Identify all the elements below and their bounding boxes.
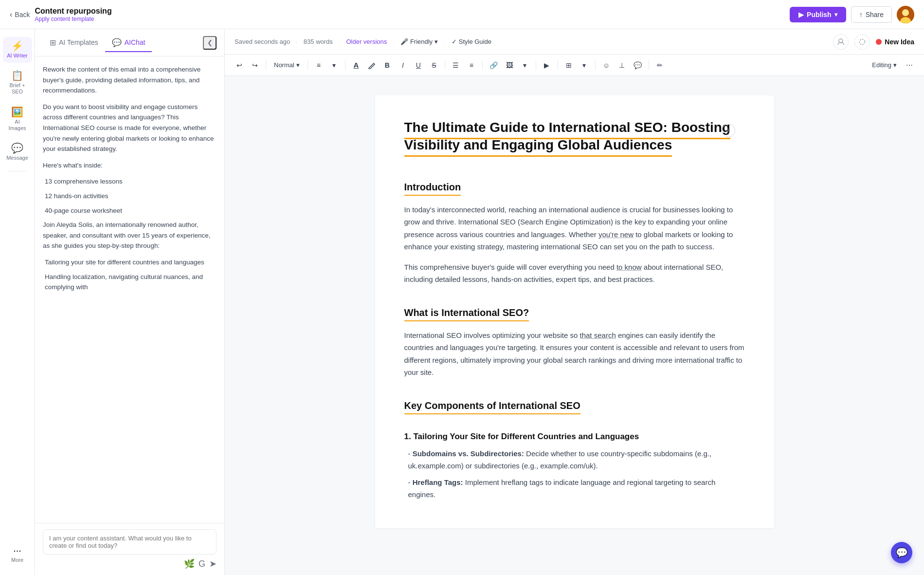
bold-button[interactable]: B — [380, 58, 394, 72]
table-button[interactable]: ⊞ — [562, 58, 576, 72]
special-char-button[interactable]: ⊥ — [615, 58, 629, 72]
editing-mode-button[interactable]: Editing ▾ — [868, 59, 901, 71]
ai-list-item-3: 40-page course worksheet — [43, 205, 217, 216]
tone-icon: 🎤 — [400, 38, 408, 45]
undo-button[interactable]: ↩ — [233, 58, 246, 72]
heading-what-is: What is International SEO? — [404, 307, 529, 321]
publish-label: Publish — [807, 11, 832, 19]
new-idea-button[interactable]: New Idea — [876, 38, 914, 46]
list-subdomains: - Subdomains vs. Subdirectories: Decide … — [404, 447, 745, 472]
svg-point-4 — [860, 39, 865, 44]
ai-action-icon-1[interactable]: 🌿 — [184, 558, 195, 569]
text-style-chevron-icon: ▾ — [296, 61, 300, 69]
ai-panel: ⊞ AI Templates 💬 AIChat ❮ Rework the con… — [35, 29, 225, 575]
formatting-toolbar: ↩ ↪ Normal ▾ ≡ ▾ A B I U S ☰ ≡ 🔗 🖼 — [225, 55, 924, 76]
style-guide-label: Style Guide — [459, 38, 491, 45]
toolbar-top-right: New Idea — [833, 34, 914, 50]
top-nav-right: ▶ Publish ▾ ↑ Share — [790, 6, 914, 23]
sidebar-item-message[interactable]: 💬 Message — [3, 139, 32, 165]
edit-icon-button[interactable]: ✏ — [653, 58, 667, 72]
play-button[interactable]: ▶ — [540, 58, 554, 72]
highlight-button[interactable] — [365, 58, 379, 72]
top-nav-left: ‹ Back Content repurposing Apply content… — [10, 7, 112, 22]
back-button[interactable]: ‹ Back — [10, 10, 30, 19]
chat-support-bubble[interactable]: 💬 — [891, 542, 912, 563]
ai-content-p2: Do you want to boost visibility and enga… — [43, 102, 217, 154]
intro-p2: This comprehensive buyer's guide will co… — [404, 261, 745, 286]
ai-content-p3: Here's what's inside: — [43, 160, 217, 171]
fmt-sep-1 — [266, 60, 266, 70]
strikethrough-button[interactable]: S — [427, 58, 441, 72]
more-options-button[interactable]: ⋯ — [903, 58, 916, 72]
user-avatar[interactable] — [897, 6, 914, 23]
sidebar-item-brief-seo[interactable]: 📋 Brief + SEO — [3, 67, 32, 99]
image-icon: 🖼️ — [11, 107, 23, 117]
share-button[interactable]: ↑ Share — [851, 6, 892, 23]
bullet-list-button[interactable]: ☰ — [449, 58, 463, 72]
sidebar-item-ai-writer[interactable]: ⚡ AI Writer — [3, 37, 32, 63]
ai-content-p4: Join Aleyda Solis, an internationally re… — [43, 220, 217, 251]
word-count: 835 words — [304, 38, 333, 45]
image-button[interactable]: 🖼 — [503, 58, 516, 72]
ai-send-icon[interactable]: ➤ — [209, 558, 217, 569]
align-chevron-button[interactable]: ▾ — [327, 58, 341, 72]
tab-ai-templates-label: AI Templates — [59, 38, 98, 46]
ordered-list-button[interactable]: ≡ — [465, 58, 478, 72]
publish-button[interactable]: ▶ Publish ▾ — [790, 7, 846, 22]
top-nav: ‹ Back Content repurposing Apply content… — [0, 0, 924, 29]
tone-button[interactable]: 🎤 Friendly ▾ — [400, 38, 438, 45]
sidebar-item-ai-images[interactable]: 🖼️ AI Images — [3, 103, 32, 135]
align-button[interactable]: ≡ — [312, 58, 326, 72]
image-chevron-button[interactable]: ▾ — [518, 58, 532, 72]
older-versions-link[interactable]: Older versions — [346, 38, 387, 45]
apply-template-link[interactable]: Apply content template — [35, 16, 111, 22]
text-color-button[interactable]: A — [349, 58, 363, 72]
underline-button[interactable]: U — [412, 58, 425, 72]
collapse-panel-button[interactable]: ❮ — [203, 36, 217, 50]
nav-title-group: Content repurposing Apply content templa… — [35, 7, 111, 22]
settings-icon-btn[interactable] — [854, 34, 870, 50]
share-label: Share — [866, 11, 884, 19]
document-title: The Ultimate Guide to International SEO:… — [404, 120, 730, 157]
ai-content-p1: Rework the content of this email into a … — [43, 64, 217, 96]
brief-icon: 📋 — [11, 71, 23, 80]
ai-action-icon-2[interactable]: G — [199, 559, 205, 569]
sidebar-label-ai-images: AI Images — [6, 119, 29, 131]
toolbar-sep-1: · — [296, 38, 298, 45]
editor-area: Saved seconds ago · 835 words · Older ve… — [225, 29, 924, 575]
intro-p1: In today's interconnected world, reachin… — [404, 204, 745, 253]
add-comment-button[interactable]: + — [722, 124, 735, 137]
share-icon: ↑ — [859, 11, 863, 19]
redo-button[interactable]: ↪ — [248, 58, 262, 72]
sidebar-label-ai-writer: AI Writer — [7, 53, 28, 59]
tab-ai-templates[interactable]: ⊞ AI Templates — [43, 34, 105, 52]
link-button[interactable]: 🔗 — [487, 58, 501, 72]
tab-ai-chat-label: AIChat — [125, 38, 145, 46]
emoji-button[interactable]: ☺ — [599, 58, 613, 72]
tone-chevron-icon: ▾ — [435, 38, 438, 45]
tab-ai-chat[interactable]: 💬 AIChat — [105, 34, 152, 52]
editor-toolbar-top: Saved seconds ago · 835 words · Older ve… — [225, 29, 924, 55]
fmt-sep-7 — [558, 60, 558, 70]
what-is-link-1: that search — [580, 331, 616, 339]
italic-button[interactable]: I — [396, 58, 410, 72]
ai-chat-input[interactable] — [43, 529, 217, 555]
sidebar-item-more[interactable]: ··· More — [3, 541, 32, 567]
ai-panel-content: Rework the content of this email into a … — [35, 56, 224, 523]
text-style-dropdown[interactable]: Normal ▾ — [270, 59, 304, 71]
toolbar-sep-2: · — [339, 38, 341, 45]
table-chevron-button[interactable]: ▾ — [578, 58, 591, 72]
style-guide-button[interactable]: ✓ Style Guide — [452, 38, 491, 45]
user-share-icon-btn[interactable] — [833, 34, 849, 50]
back-arrow-icon: ‹ — [10, 10, 12, 19]
ai-list-item-2: 12 hands-on activities — [43, 191, 217, 202]
comment-button[interactable]: 💬 — [631, 58, 645, 72]
fmt-sep-5 — [482, 60, 483, 70]
sidebar-divider — [8, 171, 27, 171]
fmt-sep-6 — [536, 60, 536, 70]
ai-list-item-4: Tailoring your site for different countr… — [43, 257, 217, 268]
back-label: Back — [15, 11, 30, 19]
sidebar-label-message: Message — [6, 155, 28, 161]
main-area: ⚡ AI Writer 📋 Brief + SEO 🖼️ AI Images 💬… — [0, 29, 924, 575]
page-title: Content repurposing — [35, 7, 111, 16]
